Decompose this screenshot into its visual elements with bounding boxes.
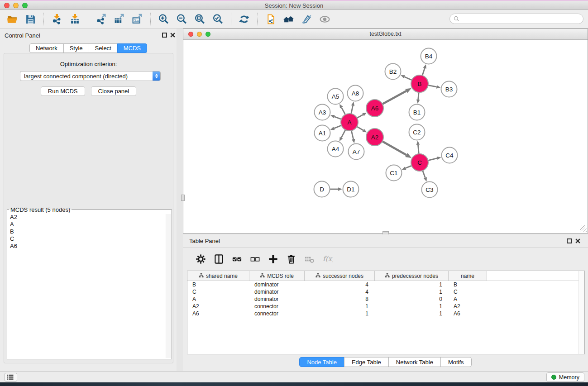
control-panel: Control Panel NetworkStyleSelectMCDS Opt… [0, 29, 177, 371]
criterion-select[interactable]: largest connected component (directed) [20, 71, 161, 81]
tab-network[interactable]: Network [29, 43, 64, 53]
column-label: predecessor nodes [392, 273, 438, 279]
deselect-all-button[interactable] [248, 251, 263, 267]
table-scrollbar[interactable] [578, 271, 584, 354]
tab-node-table[interactable]: Node Table [299, 357, 344, 367]
export-network-button[interactable] [94, 12, 109, 27]
cell: 4 [305, 281, 375, 288]
edge-A2-C[interactable] [382, 141, 406, 155]
edge-A-A5[interactable] [341, 108, 345, 115]
edge-B-B1[interactable] [418, 92, 419, 100]
arrowhead-icon [330, 115, 335, 118]
result-item[interactable]: B [10, 228, 172, 235]
table-row[interactable]: Bdominator41B [187, 281, 584, 288]
zoom-out-button[interactable] [175, 12, 189, 27]
result-item[interactable]: A [10, 221, 172, 228]
tab-motifs[interactable]: Motifs [440, 357, 472, 367]
hide-annotations-button[interactable] [300, 12, 314, 27]
column-header-predecessor-nodes[interactable]: predecessor nodes [375, 271, 449, 281]
settings-button[interactable] [193, 251, 209, 267]
export-image-icon [132, 14, 143, 25]
edge-A6-B[interactable] [382, 91, 406, 104]
open-session-file-button[interactable] [263, 12, 278, 27]
edge-A-A1[interactable] [334, 125, 341, 129]
table-row[interactable]: A2connector11A2 [187, 303, 584, 310]
tab-mcds[interactable]: MCDS [117, 43, 147, 53]
memory-button[interactable]: Memory [546, 372, 584, 382]
left-gripper[interactable] [181, 195, 185, 201]
delete-table-button[interactable] [302, 251, 317, 267]
save-session-icon [25, 14, 37, 25]
column-header-mcds-role[interactable]: MCDS role [249, 271, 305, 281]
result-scrollbar[interactable] [166, 214, 171, 358]
edge-C-C2[interactable] [418, 145, 419, 154]
task-history-button[interactable] [5, 373, 17, 381]
edge-C-C4[interactable] [428, 158, 437, 161]
export-image-button[interactable] [130, 12, 145, 27]
tab-network-table[interactable]: Network Table [388, 357, 441, 367]
add-column-button[interactable] [266, 251, 281, 267]
result-item[interactable]: C [10, 235, 172, 243]
save-session-button[interactable] [24, 12, 38, 27]
edge-A-A3[interactable] [334, 117, 341, 119]
close-panel-icon[interactable] [170, 32, 176, 38]
table-close-panel-icon[interactable] [575, 238, 581, 244]
edge-B-B4[interactable] [422, 68, 425, 76]
search-box[interactable] [449, 14, 583, 24]
table-row[interactable]: Cdominator41C [187, 288, 584, 295]
function-builder-button[interactable]: f(x) [320, 251, 335, 267]
result-item[interactable]: A2 [10, 214, 172, 221]
edge-A-A8[interactable] [351, 105, 353, 114]
table-float-panel-icon[interactable] [567, 238, 572, 243]
network-canvas[interactable]: AA1A2A3A4A5A6A7A8BB1B2B3B4CC1C2C3C4DD1 [183, 40, 588, 233]
delete-column-button[interactable] [284, 251, 299, 267]
resize-grip-icon[interactable] [580, 225, 587, 232]
column-header-name[interactable]: name [449, 271, 487, 281]
tab-style[interactable]: Style [63, 43, 89, 53]
edge-B-B2[interactable] [404, 77, 411, 80]
result-item[interactable]: A6 [10, 243, 172, 250]
run-mcds-button[interactable]: Run MCDS [41, 86, 85, 96]
table-row[interactable]: Adominator80A [187, 295, 584, 303]
search-input[interactable] [461, 15, 583, 23]
tab-edge-table[interactable]: Edge Table [344, 357, 389, 367]
edge-A-A2[interactable] [357, 127, 363, 130]
edge-C-C1[interactable] [406, 166, 411, 168]
zoom-in-button[interactable] [157, 12, 171, 27]
network-window-titlebar[interactable]: testGlobe.txt [183, 29, 588, 40]
edge-A-A4[interactable] [341, 130, 345, 138]
column-type-icon [260, 273, 265, 279]
table-tabs: Node TableEdge TableNetwork TableMotifs [183, 357, 588, 367]
hide-annotations-icon [301, 14, 313, 25]
toggle-visibility-button[interactable] [318, 12, 332, 27]
import-table-button[interactable] [68, 12, 82, 27]
table-row[interactable]: A6connector11A6 [187, 310, 584, 317]
import-network-button[interactable] [50, 12, 64, 27]
float-panel-icon[interactable] [162, 33, 167, 38]
cell: 4 [305, 289, 375, 295]
edge-A-A6[interactable] [357, 114, 363, 118]
select-all-button[interactable] [229, 251, 245, 267]
edge-C-C3[interactable] [423, 171, 425, 178]
refresh-button[interactable] [237, 12, 252, 27]
columns-button[interactable] [211, 251, 227, 267]
arrowhead-icon [416, 141, 420, 145]
edge-A-A7[interactable] [351, 131, 353, 139]
toggle-visibility-icon [319, 14, 331, 25]
edge-B-B3[interactable] [428, 85, 437, 86]
zoom-selected-button[interactable] [211, 12, 225, 27]
column-header-successor-nodes[interactable]: successor nodes [305, 271, 375, 281]
column-header-shared-name[interactable]: shared name [187, 271, 249, 281]
close-panel-button[interactable]: Close panel [91, 86, 137, 96]
zoom-fit-button[interactable] [193, 12, 207, 27]
cell: A6 [187, 310, 249, 317]
open-file-button[interactable] [5, 12, 20, 27]
tab-select[interactable]: Select [89, 43, 118, 53]
home-button[interactable] [282, 12, 296, 27]
node-label-D1: D1 [347, 186, 354, 193]
cell: dominator [249, 296, 305, 302]
cell: C [449, 289, 487, 295]
memory-label: Memory [559, 374, 579, 381]
arrowhead-icon [405, 88, 411, 93]
export-table-button[interactable] [112, 12, 127, 27]
